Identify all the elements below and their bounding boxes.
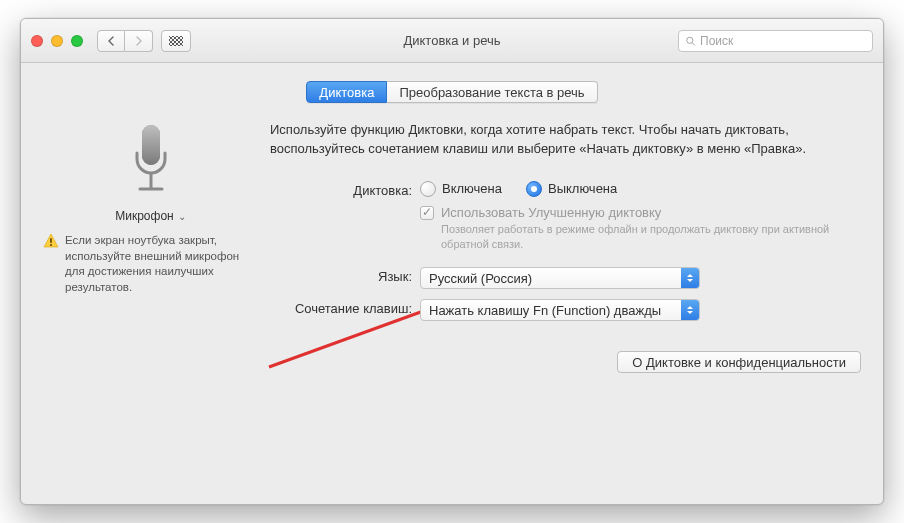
chevron-left-icon (107, 36, 115, 46)
warning-note: Если экран ноутбука закрыт, используйте … (43, 233, 258, 295)
row-dictation: Диктовка: Включена Выключена (270, 181, 861, 252)
grid-icon (169, 36, 183, 46)
language-value: Русский (Россия) (429, 271, 532, 286)
footer: О Диктовке и конфиденциальности (21, 331, 883, 373)
warning-icon (43, 233, 59, 249)
tab-bar: Диктовка Преобразование текста в речь (21, 63, 883, 115)
enhanced-dictation-label: Использовать Улучшенную диктовку (441, 205, 861, 220)
chevron-down-icon: ⌄ (178, 211, 186, 222)
right-column: Используйте функцию Диктовки, когда хоти… (258, 121, 861, 331)
shortcut-label: Сочетание клавиш: (270, 299, 420, 316)
forward-button[interactable] (125, 30, 153, 52)
row-shortcut: Сочетание клавиш: Нажать клавишу Fn (Fun… (270, 299, 861, 321)
microphone-icon (128, 123, 174, 201)
tab-text-to-speech[interactable]: Преобразование текста в речь (387, 81, 597, 103)
language-select[interactable]: Русский (Россия) (420, 267, 700, 289)
left-column: Микрофон ⌄ Если экран ноутбука закрыт, и… (43, 121, 258, 331)
select-arrows-icon (681, 268, 699, 288)
enhanced-dictation-checkbox[interactable] (420, 206, 434, 220)
titlebar: Диктовка и речь (21, 19, 883, 63)
nav-buttons (97, 30, 153, 52)
zoom-window-button[interactable] (71, 35, 83, 47)
svg-rect-7 (50, 238, 52, 243)
warning-text: Если экран ноутбука закрыт, используйте … (65, 233, 258, 295)
shortcut-value: Нажать клавишу Fn (Function) дважды (429, 303, 661, 318)
radio-off-label: Выключена (548, 181, 617, 196)
svg-rect-4 (142, 125, 160, 165)
microphone-dropdown[interactable]: Микрофон ⌄ (115, 209, 185, 223)
chevron-right-icon (135, 36, 143, 46)
svg-point-8 (50, 244, 52, 246)
enhanced-dictation-desc: Позволяет работать в режиме офлайн и про… (441, 222, 861, 252)
about-privacy-button[interactable]: О Диктовке и конфиденциальности (617, 351, 861, 373)
intro-text: Используйте функцию Диктовки, когда хоти… (270, 121, 861, 159)
radio-dictation-off[interactable]: Выключена (526, 181, 617, 197)
minimize-window-button[interactable] (51, 35, 63, 47)
tab-dictation[interactable]: Диктовка (306, 81, 387, 103)
radio-icon (420, 181, 436, 197)
back-button[interactable] (97, 30, 125, 52)
window-controls (31, 35, 83, 47)
enhanced-dictation-row: Использовать Улучшенную диктовку Позволя… (420, 205, 861, 252)
radio-on-label: Включена (442, 181, 502, 196)
show-all-button[interactable] (161, 30, 191, 52)
language-label: Язык: (270, 267, 420, 284)
dictation-label: Диктовка: (270, 181, 420, 198)
search-icon (685, 35, 696, 47)
preferences-window: Диктовка и речь Диктовка Преобразование … (20, 18, 884, 505)
search-field[interactable] (678, 30, 873, 52)
close-window-button[interactable] (31, 35, 43, 47)
radio-icon (526, 181, 542, 197)
radio-dictation-on[interactable]: Включена (420, 181, 502, 197)
shortcut-select[interactable]: Нажать клавишу Fn (Function) дважды (420, 299, 700, 321)
search-input[interactable] (700, 34, 866, 48)
select-arrows-icon (681, 300, 699, 320)
svg-line-1 (692, 42, 694, 44)
row-language: Язык: Русский (Россия) (270, 267, 861, 289)
microphone-label: Микрофон (115, 209, 173, 223)
